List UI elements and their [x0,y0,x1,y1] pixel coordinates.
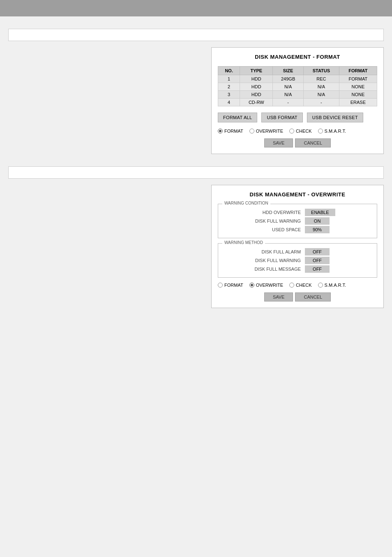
ow-radio-check[interactable]: CHECK [289,283,312,288]
table-cell-no: 2 [218,83,240,91]
format-save-button[interactable]: SAVE [264,138,293,147]
ow-radio-smart-circle [318,283,323,288]
info-value: OFF [305,257,330,264]
warning-method-title: WARNING METHOD [222,240,265,245]
col-status: STATUS [304,67,339,75]
table-cell-type: HDD [240,75,273,83]
radio-format[interactable]: FORMAT [218,129,243,133]
table-cell-type: HDD [240,83,273,91]
usb-format-button[interactable]: USB FORMAT [261,113,302,122]
ow-radio-smart-label: S.M.A.R.T. [325,283,346,288]
info-label: DISK FULL MESSAGE [223,267,305,272]
ow-radio-format-circle [218,283,223,288]
overwrite-panel-container: DISK MANAGEMENT - OVERWRITE WARNING COND… [8,185,384,308]
warning-method-row: DISK FULL WARNING OFF [223,257,372,264]
warning-condition-row: USED SPACE 90% [223,226,372,233]
usb-device-reset-button[interactable]: USB DEVICE RESET [307,113,363,122]
table-cell-type: HDD [240,91,273,99]
radio-format-label: FORMAT [224,129,243,133]
table-cell-status: REC [304,75,339,83]
warning-method-row: DISK FULL ALARM OFF [223,248,372,255]
ow-radio-check-circle [289,283,294,288]
section-label-overwrite [8,166,384,179]
warning-condition-rows: HDD OVERWRITE ENABLE DISK FULL WARNING O… [223,209,372,233]
warning-method-row: DISK FULL MESSAGE OFF [223,265,372,273]
ow-radio-format-label: FORMAT [224,283,243,288]
info-value: 90% [305,226,330,233]
info-label: USED SPACE [223,227,305,232]
format-panel: DISK MANAGEMENT - FORMAT NO. TYPE SIZE S… [211,47,384,154]
overwrite-panel-title: DISK MANAGEMENT - OVERWRITE [218,191,377,198]
table-cell-format: NONE [339,91,377,99]
section-label-format [8,29,384,41]
table-cell-no: 3 [218,91,240,99]
format-all-button[interactable]: FORMAT ALL [218,113,257,122]
info-value: ON [305,217,330,225]
col-format: FORMAT [339,67,377,75]
radio-format-circle [218,129,223,133]
ow-radio-format[interactable]: FORMAT [218,283,243,288]
radio-overwrite[interactable]: OVERWRITE [249,129,283,133]
warning-condition-title: WARNING CONDITION [222,201,270,205]
warning-condition-row: HDD OVERWRITE ENABLE [223,209,372,216]
table-cell-size: - [273,99,304,106]
table-cell-size: N/A [273,91,304,99]
table-row: 1HDD249GBRECFORMAT [218,75,377,83]
radio-overwrite-label: OVERWRITE [256,129,283,133]
table-row: 4CD-RW--ERASE [218,99,377,106]
radio-check[interactable]: CHECK [289,129,312,133]
overwrite-radio-row: FORMAT OVERWRITE CHECK S.M.A.R.T. [218,283,377,288]
radio-smart-circle [318,129,323,133]
table-cell-format: FORMAT [339,75,377,83]
table-cell-no: 1 [218,75,240,83]
info-value: OFF [305,248,330,255]
table-cell-size: 249GB [273,75,304,83]
table-cell-format: NONE [339,83,377,91]
warning-method-rows: DISK FULL ALARM OFF DISK FULL WARNING OF… [223,248,372,273]
col-size: SIZE [273,67,304,75]
warning-condition-group: WARNING CONDITION HDD OVERWRITE ENABLE D… [218,204,377,238]
radio-smart[interactable]: S.M.A.R.T. [318,129,346,133]
radio-check-label: CHECK [296,129,312,133]
table-cell-format: ERASE [339,99,377,106]
format-cancel-button[interactable]: CANCEL [295,138,331,147]
format-save-cancel-row: SAVE CANCEL [218,138,377,147]
info-label: HDD OVERWRITE [223,210,305,215]
radio-overwrite-circle [249,129,254,133]
info-label: DISK FULL WARNING [223,219,305,223]
overwrite-panel: DISK MANAGEMENT - OVERWRITE WARNING COND… [211,185,384,308]
ow-radio-check-label: CHECK [296,283,312,288]
col-type: TYPE [240,67,273,75]
table-cell-type: CD-RW [240,99,273,106]
table-cell-status: N/A [304,83,339,91]
table-cell-size: N/A [273,83,304,91]
radio-smart-label: S.M.A.R.T. [325,129,346,133]
page-header [0,0,392,16]
info-value: OFF [305,265,330,273]
col-no: NO. [218,67,240,75]
format-button-row: FORMAT ALL USB FORMAT USB DEVICE RESET [218,113,377,122]
table-cell-status: N/A [304,91,339,99]
radio-check-circle [289,129,294,133]
format-panel-container: DISK MANAGEMENT - FORMAT NO. TYPE SIZE S… [8,47,384,154]
disk-table: NO. TYPE SIZE STATUS FORMAT 1HDD249GBREC… [218,66,377,106]
table-row: 3HDDN/AN/ANONE [218,91,377,99]
overwrite-cancel-button[interactable]: CANCEL [295,292,331,302]
ow-radio-smart[interactable]: S.M.A.R.T. [318,283,346,288]
ow-radio-overwrite-label: OVERWRITE [256,283,283,288]
format-radio-row: FORMAT OVERWRITE CHECK S.M.A.R.T. [218,129,377,133]
info-label: DISK FULL WARNING [223,258,305,263]
table-cell-status: - [304,99,339,106]
info-label: DISK FULL ALARM [223,249,305,254]
overwrite-save-cancel-row: SAVE CANCEL [218,292,377,302]
table-row: 2HDDN/AN/ANONE [218,83,377,91]
overwrite-save-button[interactable]: SAVE [264,292,293,302]
ow-radio-overwrite-circle [249,283,254,288]
format-panel-title: DISK MANAGEMENT - FORMAT [218,54,377,60]
ow-radio-overwrite[interactable]: OVERWRITE [249,283,283,288]
info-value: ENABLE [305,209,335,216]
table-cell-no: 4 [218,99,240,106]
warning-method-group: WARNING METHOD DISK FULL ALARM OFF DISK … [218,243,377,278]
warning-condition-row: DISK FULL WARNING ON [223,217,372,225]
